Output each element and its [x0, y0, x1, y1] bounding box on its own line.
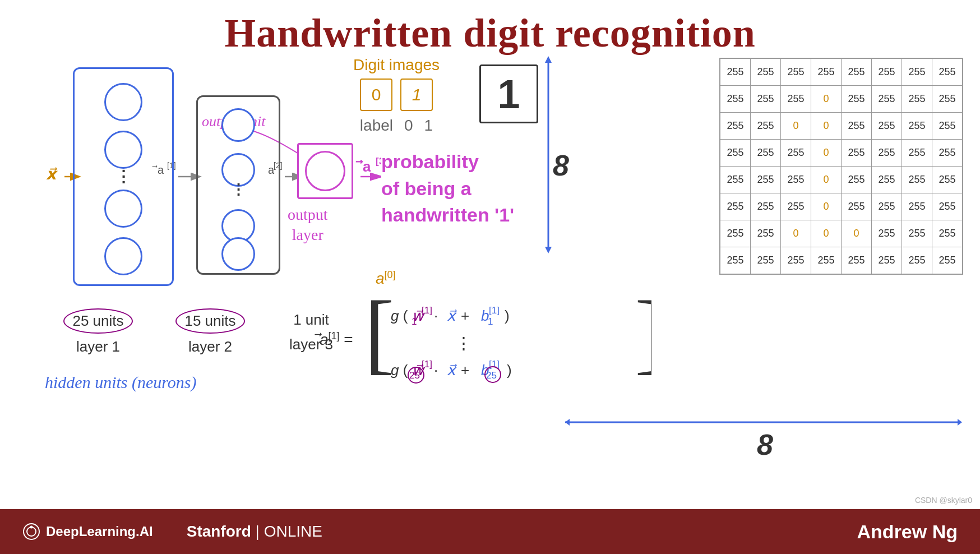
- svg-text:): ): [507, 362, 512, 378]
- pixel-7-4: 255: [842, 247, 872, 274]
- deeplearning-logo: DeepLearning.AI: [22, 523, 153, 541]
- pixel-0-0: 255: [720, 59, 751, 86]
- pixel-3-3: 0: [811, 140, 842, 167]
- output-layer-label: outputlayer: [288, 205, 328, 246]
- pixel-0-1: 255: [751, 59, 781, 86]
- pixel-0-6: 255: [902, 59, 932, 86]
- pixel-3-7: 255: [932, 140, 963, 167]
- svg-text:25: 25: [409, 370, 420, 381]
- svg-marker-16: [565, 419, 570, 426]
- svg-text:x⃗: x⃗: [447, 362, 457, 378]
- pixel-7-5: 255: [872, 247, 902, 274]
- label-row: label 0 1: [353, 117, 440, 135]
- pixel-6-5: 255: [872, 220, 902, 247]
- pixel-2-2: 0: [781, 113, 811, 140]
- svg-text:[3]: [3]: [376, 156, 381, 167]
- svg-text:+: +: [461, 362, 469, 378]
- height-label: 8: [553, 149, 569, 182]
- svg-text:+: +: [461, 307, 469, 324]
- csdn-watermark: CSDN @skylar0: [915, 496, 972, 505]
- svg-text:]: ]: [635, 290, 651, 382]
- pixel-2-6: 255: [902, 113, 932, 140]
- formula-lhs: ⃗a[1] =: [320, 330, 353, 349]
- layer2-name: layer 2: [154, 338, 266, 356]
- pixel-1-2: 255: [781, 86, 811, 113]
- formula-main: ⃗a[1] = [ ] g ( w⃗ [1] 1: [320, 290, 656, 389]
- svg-text:⋮: ⋮: [455, 334, 472, 352]
- pixel-6-7: 255: [932, 220, 963, 247]
- label-0: 0: [404, 117, 413, 135]
- pixel-2-0: 255: [720, 113, 751, 140]
- pixel-6-6: 255: [902, 220, 932, 247]
- pixel-5-4: 255: [842, 193, 872, 220]
- layer1-count: 25 units: [63, 308, 132, 334]
- pixel-0-2: 255: [781, 59, 811, 86]
- pixel-0-3: 255: [811, 59, 842, 86]
- pixel-4-0: 255: [720, 167, 751, 193]
- big-digit-box: 1: [479, 64, 538, 123]
- svg-marker-13: [545, 56, 552, 63]
- svg-text:x⃗: x⃗: [46, 165, 58, 183]
- pixel-7-3: 255: [811, 247, 842, 274]
- pixel-7-6: 255: [902, 247, 932, 274]
- pixel-4-3: 0: [811, 167, 842, 193]
- layer2-box: ⋮: [196, 95, 280, 275]
- pixel-1-3: 0: [811, 86, 842, 113]
- formula-rhs: [ ] g ( w⃗ [1] 1 · x⃗ + b [1]: [360, 290, 651, 389]
- pixel-2-3: 0: [811, 113, 842, 140]
- author-name: Andrew Ng: [857, 521, 958, 543]
- label-1: 1: [424, 117, 433, 135]
- pixel-6-0: 255: [720, 220, 751, 247]
- pixel-0-4: 255: [842, 59, 872, 86]
- output-unit-box: [297, 143, 353, 199]
- layer2-count: 15 units: [175, 308, 244, 334]
- label-text: label: [360, 117, 393, 135]
- pixel-1-5: 255: [872, 86, 902, 113]
- big-digit-value: 1: [497, 71, 520, 117]
- pixel-table: 2552552552552552552552552552552550255255…: [720, 58, 963, 274]
- layer2-info: 15 units layer 2: [154, 308, 266, 356]
- pixel-4-2: 255: [781, 167, 811, 193]
- pixel-2-4: 255: [842, 113, 872, 140]
- dots-l2: ⋮: [231, 181, 246, 198]
- pixel-3-5: 255: [872, 140, 902, 167]
- formula-a0: a[0]: [376, 269, 656, 288]
- pixel-5-6: 255: [902, 193, 932, 220]
- slide: Handwritten digit recognition x⃗ ⃗a [1]: [0, 0, 980, 554]
- neuron-l2-1: [221, 108, 255, 142]
- pixel-2-1: 255: [751, 113, 781, 140]
- pixel-1-0: 255: [720, 86, 751, 113]
- page-title: Handwritten digit recognition: [0, 0, 980, 57]
- pixel-3-6: 255: [902, 140, 932, 167]
- pixel-grid: 2552552552552552552552552552552550255255…: [719, 58, 963, 275]
- deeplearning-text: DeepLearning.AI: [46, 524, 153, 539]
- pixel-7-1: 255: [751, 247, 781, 274]
- pixel-4-4: 255: [842, 167, 872, 193]
- svg-text:1: 1: [488, 316, 493, 327]
- digit-images-title: Digit images: [353, 56, 440, 74]
- layer1-info: 25 units layer 1: [42, 308, 154, 356]
- hidden-units-label: hidden units (neurons): [45, 373, 197, 392]
- svg-point-45: [30, 526, 33, 529]
- pixel-6-1: 255: [751, 220, 781, 247]
- bottom-bar: DeepLearning.AI Stanford | ONLINE Andrew…: [0, 509, 980, 554]
- layer1-name: layer 1: [42, 338, 154, 356]
- pixel-5-1: 255: [751, 193, 781, 220]
- pixel-5-2: 255: [781, 193, 811, 220]
- pixel-5-3: 0: [811, 193, 842, 220]
- pixel-7-0: 255: [720, 247, 751, 274]
- pixel-2-7: 255: [932, 113, 963, 140]
- svg-text:[1]: [1]: [422, 305, 432, 316]
- digit-box-1: 1: [400, 79, 433, 111]
- neuron-l1-3: [104, 190, 142, 228]
- pixel-5-0: 255: [720, 193, 751, 220]
- svg-text:25: 25: [486, 370, 497, 381]
- pixel-4-6: 255: [902, 167, 932, 193]
- pixel-2-5: 255: [872, 113, 902, 140]
- output-circle: [305, 151, 345, 191]
- pixel-6-3: 0: [811, 220, 842, 247]
- svg-text:g
            (
            w⃗: g ( w⃗: [391, 307, 426, 324]
- pixel-0-5: 255: [872, 59, 902, 86]
- svg-text:·: ·: [434, 362, 438, 378]
- pixel-7-7: 255: [932, 247, 963, 274]
